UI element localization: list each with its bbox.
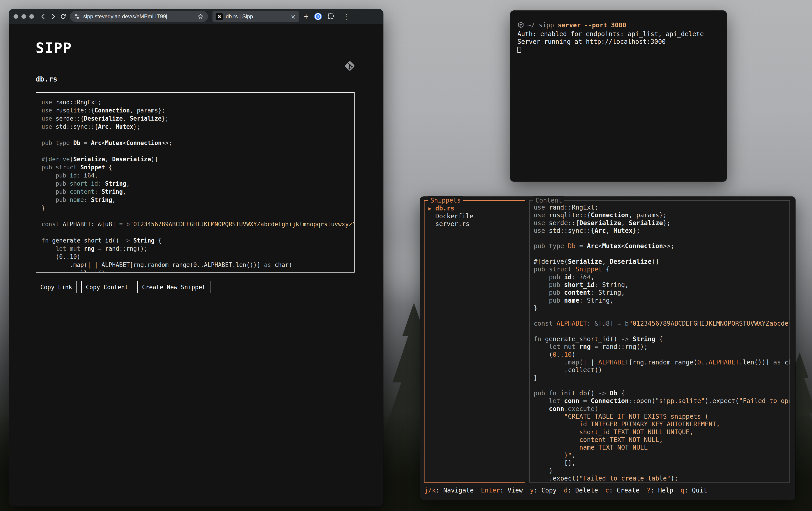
traffic-lights [13, 14, 34, 19]
tab-favicon: S [216, 13, 223, 20]
footer-hint-view: Enter: View [481, 487, 523, 494]
terminal-prompt-box-icon [517, 22, 524, 30]
prompt-command-args [554, 22, 558, 29]
snippet-list: ▶db.rs Dockerfile server.rs [425, 201, 525, 228]
code-line [41, 228, 354, 236]
copy-link-button[interactable]: Copy Link [36, 281, 77, 293]
code-line: } [534, 304, 789, 312]
footer-hint-key: c [605, 487, 609, 494]
content-panel-title: Content [533, 196, 564, 205]
code-line: use rusqlite::{Connection, params}; [534, 211, 789, 219]
code-line: conn.execute( [534, 405, 789, 413]
traffic-light-zoom[interactable] [29, 14, 34, 19]
code-line: use rand::RngExt; [534, 204, 789, 211]
code-line: use rand::RngExt; [41, 98, 354, 106]
browser-menu-icon[interactable]: ⋮ [343, 12, 350, 21]
tab-db-rs-sipp[interactable]: S db.rs | Sipp × [212, 10, 299, 22]
terminal-output-line: Server running at http://localhost:3000 [517, 38, 720, 46]
bookmark-star-icon[interactable] [197, 13, 204, 20]
code-line: pub id: i64, [534, 273, 789, 281]
code-line: pub type Db = Arc<Mutex<Connection>>; [534, 242, 789, 250]
code-line [41, 131, 354, 139]
tab-close-icon[interactable]: × [291, 13, 296, 20]
code-line [534, 382, 789, 389]
footer-hint-key: y [530, 487, 534, 494]
content-code-view: use rand::RngExt;use rusqlite::{Connecti… [530, 201, 789, 481]
code-line: } [534, 374, 789, 382]
code-line [534, 250, 789, 258]
tui-footer-hints: j/k: NavigateEnter: Viewy: Copyd: Delete… [424, 487, 707, 494]
footer-hint-key: q [680, 487, 684, 494]
code-line: } [41, 204, 354, 212]
code-line: short_id TEXT NOT NULL UNIQUE, [534, 428, 789, 436]
toolbar-divider [339, 13, 339, 20]
terminal-cursor-line[interactable] [517, 46, 720, 55]
selected-arrow-icon: ▶ [425, 205, 435, 213]
git-logo-icon[interactable] [344, 60, 356, 72]
code-line: fn generate_short_id() -> String { [41, 236, 354, 245]
browser-window: sipp.stevedylan.dev/s/eMPmLIT99j S db.rs… [9, 9, 383, 507]
code-line [534, 328, 789, 335]
code-line: let mut rng = rand::rng(); [41, 245, 354, 253]
extensions-puzzle-icon[interactable] [327, 12, 335, 21]
footer-hint-key: ? [647, 487, 650, 494]
address-bar[interactable]: sipp.stevedylan.dev/s/eMPmLIT99j [70, 11, 208, 22]
tui-window: Snippets ▶db.rs Dockerfile server.rs Con… [420, 196, 795, 500]
snippet-list-item-server-rs[interactable]: server.rs [425, 220, 525, 228]
footer-hint-key: Enter [481, 487, 500, 494]
tab-title: db.rs | Sipp [226, 13, 288, 20]
code-line: id INTEGER PRIMARY KEY AUTOINCREMENT, [534, 421, 789, 428]
code-line: (0..10) [534, 351, 789, 358]
code-line [41, 147, 354, 155]
terminal-window: ~/ sipp server --port 3000 Auth: enabled… [510, 10, 727, 182]
footer-hint-label: : Navigate [436, 487, 474, 494]
traffic-light-close[interactable] [13, 14, 18, 19]
prompt-program [535, 22, 539, 29]
code-line: .expect("Failed to create table"); [534, 475, 789, 481]
traffic-light-minimize[interactable] [22, 14, 26, 19]
footer-hint-copy: y: Copy [530, 487, 557, 494]
footer-hint-quit: q: Quit [680, 487, 707, 494]
forward-button[interactable] [48, 11, 58, 22]
code-line: .collect() [41, 269, 354, 273]
terminal-prompt-line: ~/ sipp server --port 3000 [517, 22, 720, 30]
snippet-filename: db.rs [36, 75, 357, 83]
tune-icon [74, 13, 80, 20]
code-line: [], [534, 459, 789, 467]
snippet-list-item-db-rs[interactable]: ▶db.rs [425, 205, 525, 213]
copy-content-button[interactable]: Copy Content [81, 281, 133, 293]
arrow-placeholder [425, 220, 435, 228]
code-line: .map(|_| ALPHABET[rng.random_range(0..AL… [41, 261, 354, 269]
code-line: pub content: String, [41, 188, 354, 196]
snippet-actions: Copy LinkCopy ContentCreate New Snippet [36, 281, 357, 293]
code-line: .map(|_| ALPHABET[rng.random_range(0..AL… [534, 358, 789, 366]
browser-toolbar: sipp.stevedylan.dev/s/eMPmLIT99j S db.rs… [9, 9, 383, 24]
code-line: const ALPHABET: &[u8] = b"0123456789ABCD… [534, 320, 789, 327]
content-panel: Content use rand::RngExt;use rusqlite::{… [529, 200, 790, 483]
prompt-args-text: server --port 3000 [558, 22, 626, 29]
footer-hint-delete: d: Delete [564, 487, 598, 494]
new-tab-button[interactable]: + [303, 12, 309, 21]
code-line [534, 312, 789, 320]
code-line: let conn = Connection::open("sipp.sqlite… [534, 397, 789, 405]
terminal-output-line: Auth: enabled for endpoints: api_list, a… [517, 30, 720, 38]
code-line: use std::sync::{Arc, Mutex}; [534, 227, 789, 235]
back-button[interactable] [38, 11, 48, 22]
code-line: fn generate_short_id() -> String { [534, 335, 789, 343]
code-line: pub short_id: String, [534, 281, 789, 289]
create-new-snippet-button[interactable]: Create New Snippet [137, 281, 210, 293]
code-line [534, 235, 789, 242]
reload-button[interactable] [58, 11, 68, 22]
code-line: pub name: String, [41, 196, 354, 204]
forward-icon [50, 13, 57, 20]
prompt-program-name: sipp [539, 22, 554, 29]
snippets-panel-title: Snippets [428, 196, 463, 205]
footer-hint-label: : Help [650, 487, 673, 494]
onepassword-extension-icon[interactable] [314, 12, 323, 21]
code-line: name TEXT NOT NULL [534, 444, 789, 451]
snippet-code-box: use rand::RngExt;use rusqlite::{Connecti… [36, 92, 354, 273]
footer-hint-help: ?: Help [647, 487, 673, 494]
snippet-item-label: server.rs [435, 220, 470, 228]
snippet-list-item-Dockerfile[interactable]: Dockerfile [425, 213, 525, 220]
code-line: )", [534, 452, 789, 459]
